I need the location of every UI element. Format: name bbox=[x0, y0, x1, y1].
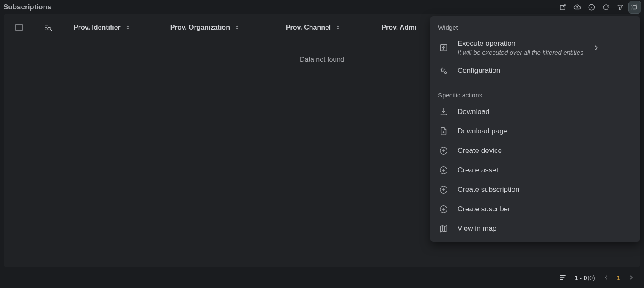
export-icon[interactable] bbox=[557, 1, 569, 13]
menu-item-create-asset[interactable]: Create asset bbox=[430, 161, 640, 180]
execute-icon bbox=[438, 43, 449, 53]
sort-icon bbox=[125, 25, 131, 30]
menu-section-specific: Specific actions bbox=[430, 90, 640, 102]
page-title: Subscriptions bbox=[3, 3, 51, 11]
column-label: Prov. Identifier bbox=[74, 24, 121, 31]
menu-item-label: View in map bbox=[458, 224, 632, 233]
titlebar: Subscriptions bbox=[0, 0, 644, 14]
range-text: 1 - 0 bbox=[575, 274, 587, 281]
menu-item-label: Download page bbox=[458, 127, 632, 136]
file-download-icon bbox=[438, 127, 449, 136]
actions-menu: Widget Execute operation It will be exec… bbox=[430, 16, 640, 242]
menu-item-label: Download bbox=[458, 108, 632, 116]
menu-item-create-device[interactable]: Create device bbox=[430, 141, 640, 161]
pager: 1 bbox=[603, 274, 635, 281]
menu-item-view-in-map[interactable]: View in map bbox=[430, 219, 640, 238]
menu-item-subtitle: It will be executed over all the filtere… bbox=[458, 49, 584, 56]
column-label: Prov. Organization bbox=[170, 24, 230, 31]
svg-point-7 bbox=[441, 69, 444, 71]
more-actions-icon[interactable] bbox=[629, 1, 641, 13]
refresh-icon[interactable] bbox=[600, 1, 612, 13]
menu-item-download[interactable]: Download bbox=[430, 102, 640, 122]
menu-item-label: Create suscriber bbox=[458, 205, 632, 213]
menu-item-execute-operation[interactable]: Execute operation It will be executed ov… bbox=[430, 34, 640, 61]
gear-icon bbox=[438, 66, 449, 75]
menu-item-create-subscriber[interactable]: Create suscriber bbox=[430, 199, 640, 219]
plus-circle-icon bbox=[438, 166, 449, 175]
sort-icon bbox=[335, 25, 341, 30]
column-label: Prov. Admi bbox=[381, 24, 417, 31]
prev-page-icon[interactable] bbox=[603, 274, 609, 281]
download-icon bbox=[438, 107, 449, 116]
select-all-checkbox[interactable] bbox=[15, 24, 23, 31]
plus-circle-icon bbox=[438, 146, 449, 155]
menu-section-widget: Widget bbox=[430, 22, 640, 34]
svg-point-8 bbox=[445, 72, 447, 74]
menu-item-create-subscription[interactable]: Create subscription bbox=[430, 180, 640, 199]
info-icon[interactable] bbox=[586, 1, 597, 13]
chevron-right-icon bbox=[592, 44, 600, 52]
footer: 1 - 0(0) 1 bbox=[4, 267, 640, 288]
plus-circle-icon bbox=[438, 205, 449, 214]
toolbar bbox=[557, 1, 641, 13]
sort-icon bbox=[234, 25, 240, 30]
svg-rect-4 bbox=[633, 6, 637, 9]
range-total: (0) bbox=[588, 274, 595, 281]
cloud-upload-icon[interactable] bbox=[571, 1, 583, 13]
column-admin[interactable]: Prov. Admi bbox=[374, 24, 424, 31]
menu-item-label: Create subscription bbox=[458, 186, 632, 194]
rows-icon[interactable] bbox=[559, 273, 567, 282]
menu-item-label: Configuration bbox=[458, 66, 632, 75]
menu-item-label: Execute operation bbox=[458, 39, 584, 48]
column-organization[interactable]: Prov. Organization bbox=[163, 24, 248, 31]
column-channel[interactable]: Prov. Channel bbox=[278, 24, 348, 31]
filter-icon[interactable] bbox=[614, 1, 626, 13]
range-indicator: 1 - 0(0) bbox=[575, 274, 595, 281]
next-page-icon[interactable] bbox=[628, 274, 635, 281]
svg-point-5 bbox=[48, 27, 51, 30]
plus-circle-icon bbox=[438, 185, 449, 194]
column-identifier[interactable]: Prov. Identifier bbox=[66, 24, 138, 31]
svg-point-3 bbox=[592, 6, 592, 6]
current-page[interactable]: 1 bbox=[617, 274, 620, 281]
map-icon bbox=[438, 224, 449, 233]
menu-item-download-page[interactable]: Download page bbox=[430, 122, 640, 141]
column-search-icon[interactable] bbox=[43, 23, 52, 32]
menu-item-label: Create asset bbox=[458, 166, 632, 174]
menu-item-label: Create device bbox=[458, 147, 632, 155]
column-label: Prov. Channel bbox=[286, 24, 331, 31]
menu-item-configuration[interactable]: Configuration bbox=[430, 61, 640, 80]
